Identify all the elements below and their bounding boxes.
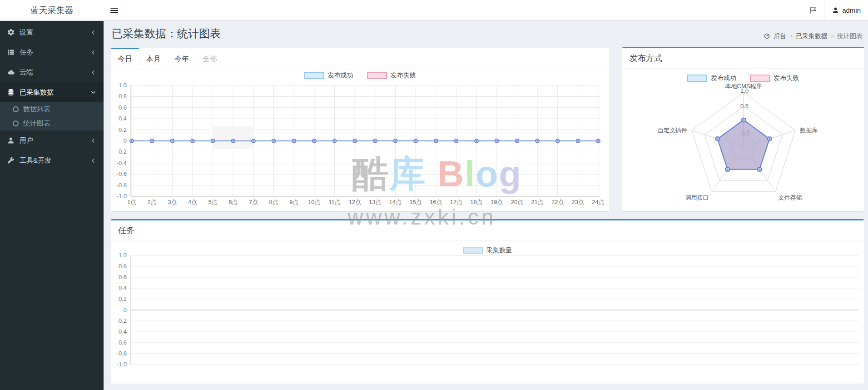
breadcrumb-item-collected-data[interactable]: 已采集数据 [796, 32, 828, 40]
legend-label: 发布失败 [391, 71, 416, 80]
legend-swatch [367, 72, 387, 79]
svg-text:17点: 17点 [450, 199, 462, 205]
svg-text:文件存储: 文件存储 [779, 194, 802, 201]
breadcrumb-item-admin-home[interactable]: 后台 [774, 32, 786, 40]
app-root: 蓝天采集器 admin 设置任务云端已采集数据数据列表统计图表用户工具&开发 已… [0, 0, 868, 390]
sidebar-item-label: 工具&开发 [20, 156, 85, 165]
sidebar-item-label: 云端 [20, 68, 85, 77]
tab-today[interactable]: 今日 [111, 48, 139, 69]
svg-text:-1.0: -1.0 [117, 193, 127, 200]
svg-text:21点: 21点 [531, 199, 543, 205]
radar-chart-legend: 发布成功发布失败 [622, 74, 864, 82]
svg-text:-0.2: -0.2 [117, 148, 127, 155]
svg-text:-0.6: -0.6 [117, 339, 127, 346]
legend-item: 发布成功 [687, 74, 736, 82]
chevron-left-icon [90, 70, 96, 75]
sidebar-item-tools-dev[interactable]: 工具&开发 [0, 150, 104, 170]
sidebar-menu: 设置任务云端已采集数据数据列表统计图表用户工具&开发 [0, 20, 104, 170]
legend-swatch [463, 247, 483, 254]
app-title: 蓝天采集器 [30, 5, 74, 15]
svg-text:0.4: 0.4 [119, 285, 127, 291]
publish-method-panel: 发布方式 发布成功发布失败 1.00.50-0.5本地CMS程序数据库文件存储调… [622, 47, 864, 211]
user-icon [7, 137, 15, 144]
legend-item: 发布失败 [367, 71, 416, 80]
sidebar-item-tasks[interactable]: 任务 [0, 42, 104, 62]
chevron-down-icon [90, 90, 96, 95]
legend-label: 采集数量 [486, 246, 512, 255]
svg-text:22点: 22点 [551, 199, 564, 205]
hamburger-icon [110, 8, 118, 13]
username-label: admin [842, 6, 861, 14]
panel-title: 任务 [111, 220, 864, 241]
tab-label: 全部 [203, 55, 217, 64]
sidebar-subitem-data-list[interactable]: 数据列表 [0, 102, 104, 116]
flag-button[interactable] [802, 0, 824, 20]
svg-text:0: 0 [124, 306, 127, 313]
legend-swatch [687, 75, 707, 82]
tasks-chart-legend: 采集数量 [111, 246, 864, 255]
sidebar-submenu: 数据列表统计图表 [0, 102, 104, 130]
svg-text:0.6: 0.6 [119, 104, 127, 111]
sidebar-toggle-button[interactable] [104, 0, 125, 20]
chevron-left-icon [90, 30, 96, 35]
circle-icon [13, 120, 19, 126]
breadcrumb-item-stats-charts: 统计图表 [837, 32, 863, 40]
svg-text:13点: 13点 [369, 199, 381, 205]
flag-icon [809, 6, 817, 14]
main-content: 已采集数据：统计图表 后台>已采集数据>统计图表 今日本月今年全部 发布成功发布… [104, 20, 868, 390]
svg-text:7点: 7点 [249, 199, 258, 205]
user-menu[interactable]: admin [824, 0, 868, 20]
sidebar-item-settings[interactable]: 设置 [0, 22, 104, 42]
legend-label: 发布成功 [711, 74, 736, 82]
sidebar-item-users[interactable]: 用户 [0, 130, 104, 150]
svg-text:-0.4: -0.4 [117, 328, 127, 335]
sidebar-subitem-label: 统计图表 [23, 119, 50, 128]
circle-icon [13, 106, 19, 112]
breadcrumb-separator: > [831, 33, 834, 40]
svg-text:调用接口: 调用接口 [685, 194, 709, 201]
page-title: 已采集数据：统计图表 [112, 26, 221, 41]
sidebar-item-label: 设置 [20, 28, 85, 37]
legend-item: 发布失败 [750, 74, 799, 82]
sidebar-item-collected-data[interactable]: 已采集数据 [0, 82, 104, 102]
tab-all[interactable]: 全部 [196, 48, 224, 69]
svg-text:4点: 4点 [188, 199, 197, 205]
legend-label: 发布失败 [774, 74, 799, 82]
user-icon [832, 7, 839, 14]
sidebar-item-label: 已采集数据 [20, 88, 85, 97]
tab-year[interactable]: 今年 [168, 48, 196, 69]
sidebar: 设置任务云端已采集数据数据列表统计图表用户工具&开发 [0, 20, 104, 390]
svg-text:20点: 20点 [511, 199, 523, 205]
svg-text:0.8: 0.8 [119, 263, 127, 270]
svg-text:本地CMS程序: 本地CMS程序 [725, 83, 762, 90]
svg-text:8点: 8点 [269, 199, 278, 205]
svg-text:11点: 11点 [328, 199, 341, 205]
app-logo[interactable]: 蓝天采集器 [0, 0, 104, 20]
legend-swatch [750, 75, 770, 82]
gear-icon [7, 29, 15, 36]
legend-swatch [304, 72, 324, 79]
svg-text:1.0: 1.0 [119, 82, 127, 89]
time-range-tabs: 今日本月今年全部 [111, 48, 609, 70]
svg-text:0.5: 0.5 [740, 103, 749, 110]
svg-text:10点: 10点 [308, 199, 320, 205]
svg-text:0: 0 [124, 137, 127, 144]
svg-text:18点: 18点 [470, 199, 482, 205]
tasks-panel: 任务 采集数量 1.00.80.60.40.20-0.2-0.4-0.6-0.8… [111, 219, 864, 384]
svg-text:23点: 23点 [572, 199, 584, 205]
svg-text:14点: 14点 [389, 199, 402, 205]
tab-month[interactable]: 本月 [139, 48, 168, 69]
sidebar-item-cloud[interactable]: 云端 [0, 62, 104, 82]
sidebar-subitem-stats-charts[interactable]: 统计图表 [0, 116, 104, 130]
legend-item: 采集数量 [463, 246, 512, 255]
svg-text:-0.2: -0.2 [117, 317, 127, 324]
breadcrumb-separator: > [789, 33, 793, 40]
dashboard-icon [764, 32, 770, 40]
tasks-line-chart: 1.00.80.60.40.20-0.2-0.4-0.6-0.8-1.0 [111, 241, 864, 383]
cloud-icon [7, 69, 15, 76]
sidebar-subitem-label: 数据列表 [23, 105, 50, 114]
svg-text:数据库: 数据库 [799, 127, 818, 134]
publish-line-chart: 1.00.80.60.40.20-0.2-0.4-0.6-0.8-1.01点2点… [111, 82, 609, 211]
svg-text:自定义插件: 自定义插件 [658, 127, 687, 134]
publish-chart-legend: 发布成功发布失败 [111, 71, 609, 80]
